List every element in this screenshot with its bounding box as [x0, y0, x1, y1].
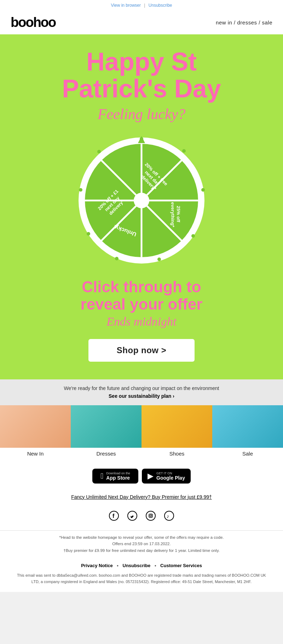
shoes-image	[142, 405, 212, 448]
hero-subtitle: Feeling lucky?	[7, 106, 276, 123]
svg-point-14	[201, 188, 205, 192]
privacy-notice-link[interactable]: Privacy Notice	[81, 563, 113, 568]
social-section: f ♪	[0, 505, 283, 530]
svg-point-17	[115, 257, 119, 260]
app-badges:  Download on the App Store ▶ GET IT ON …	[0, 469, 283, 484]
svg-text:f: f	[112, 513, 115, 519]
footer-bullet1: •	[117, 563, 120, 568]
ends-text: Ends midnight	[7, 315, 276, 328]
twitter-icon[interactable]	[127, 511, 137, 523]
footer-bullet2: •	[155, 563, 157, 568]
top-bar: View in browser | Unsubscribe	[0, 0, 283, 11]
header: boohoo new in / dresses / sale	[0, 11, 283, 34]
disclaimer-line2: Offers end 23:59 on 17.03.2022.	[14, 541, 269, 547]
category-shoes[interactable]: Shoes	[142, 405, 212, 458]
disclaimer-line3: †Buy premier for £9.99 for free unlimite…	[14, 547, 269, 554]
categories-section: New In Dresses Shoes Sale	[0, 405, 283, 462]
instagram-icon[interactable]	[146, 511, 156, 523]
svg-point-15	[191, 234, 195, 238]
tiktok-icon[interactable]: ♪	[164, 511, 174, 523]
premier-link[interactable]: Fancy Unlimited Next Day Delivery? Buy P…	[71, 494, 212, 500]
sustainability-text: We're ready for the future and changing …	[64, 385, 219, 391]
svg-point-16	[157, 258, 161, 261]
apple-badge-small: Download on the	[106, 471, 130, 475]
view-in-browser-link[interactable]: View in browser	[111, 3, 141, 8]
category-dresses[interactable]: Dresses	[71, 405, 142, 458]
dresses-image	[71, 405, 142, 448]
disclaimer-section: *Head to the website homepage to reveal …	[0, 531, 283, 557]
google-play-badge[interactable]: ▶ GET IT ON Google Play	[142, 469, 191, 484]
apple-app-store-badge[interactable]:  Download on the App Store	[92, 469, 138, 484]
disclaimer-line1: *Head to the website homepage to reveal …	[14, 534, 269, 541]
sale-label: Sale	[212, 448, 283, 458]
new-in-image	[0, 405, 71, 448]
footer-links: Privacy Notice • Unsubscribe • Customer …	[0, 557, 283, 571]
svg-point-29	[164, 511, 174, 520]
sustainability-bar: We're ready for the future and changing …	[0, 379, 283, 405]
svg-point-27	[150, 515, 152, 516]
premier-section: Fancy Unlimited Next Day Delivery? Buy P…	[0, 489, 283, 505]
svg-point-13	[182, 149, 186, 153]
hero-section: Happy St Patrick's Day Feeling lucky?	[0, 34, 283, 379]
sale-image	[212, 405, 283, 448]
google-icon: ▶	[148, 471, 154, 481]
category-new-in[interactable]: New In	[0, 405, 71, 458]
svg-point-28	[152, 514, 152, 515]
footer-body: This email was sent to dbba5eca@uifeed.c…	[0, 571, 283, 592]
customer-services-link[interactable]: Customer Services	[160, 563, 202, 568]
google-badge-large: Google Play	[156, 475, 185, 481]
unsubscribe-link[interactable]: Unsubscribe	[149, 3, 172, 8]
category-sale[interactable]: Sale	[212, 405, 283, 458]
apple-badge-large: App Store	[106, 475, 130, 481]
boohoo-logo[interactable]: boohoo	[11, 15, 56, 30]
google-badge-small: GET IT ON	[156, 471, 185, 475]
dresses-label: Dresses	[71, 448, 142, 458]
hero-title: Happy St Patrick's Day	[7, 49, 276, 102]
app-store-section:  Download on the App Store ▶ GET IT ON …	[0, 462, 283, 489]
spin-wheel[interactable]: 20% off + free next day delivery* 25% of…	[74, 133, 209, 268]
shoes-label: Shoes	[142, 448, 212, 458]
facebook-icon[interactable]: f	[109, 511, 119, 523]
separator: |	[144, 3, 145, 8]
nav-links: new in / dresses / sale	[216, 19, 272, 26]
svg-point-25	[146, 511, 155, 520]
sustainability-link[interactable]: See our sustainability plan ›	[109, 393, 174, 399]
shop-now-button[interactable]: Shop now >	[88, 339, 195, 362]
cta-text: Click through to reveal your offer	[7, 278, 276, 313]
svg-text:♪: ♪	[167, 513, 169, 519]
category-images-row: New In Dresses Shoes Sale	[0, 405, 283, 458]
svg-point-20	[97, 150, 101, 153]
footer-unsubscribe-link[interactable]: Unsubscribe	[123, 563, 151, 568]
apple-icon: 	[100, 471, 103, 481]
new-in-label: New In	[0, 448, 71, 458]
google-badge-text: GET IT ON Google Play	[156, 471, 185, 481]
svg-point-18	[87, 232, 90, 236]
social-icons: f ♪	[0, 511, 283, 523]
apple-badge-text: Download on the App Store	[106, 471, 130, 481]
svg-point-19	[79, 188, 82, 192]
svg-point-6	[134, 193, 149, 208]
